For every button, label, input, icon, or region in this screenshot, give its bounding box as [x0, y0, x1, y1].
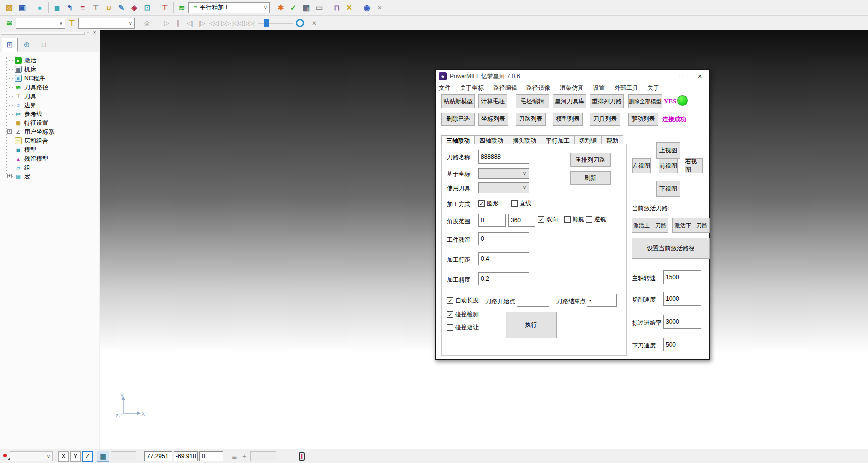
close-panel-icon[interactable]: ✕ [91, 30, 98, 36]
toolpath-name-input[interactable] [478, 150, 529, 164]
simulate-block-icon[interactable]: ⊡ [141, 2, 153, 14]
paste-new-model-button[interactable]: 粘贴新模型 [441, 94, 475, 108]
transform-icon[interactable]: ✕ [344, 2, 355, 14]
toolpath-arrow-icon[interactable]: ↰ [64, 2, 76, 14]
tree-item-macros[interactable]: + ▤ 宏 [3, 172, 99, 181]
play-icon[interactable]: ▷ [160, 19, 172, 27]
step-forward-icon[interactable]: |▷ [196, 19, 208, 27]
grid-size-field[interactable] [111, 451, 136, 461]
tree-item-tools[interactable]: ⊤ 刀具 [3, 92, 99, 101]
menu-path-mirror[interactable]: 路径镜像 [526, 84, 550, 92]
status-dropdown[interactable]: ∨ [10, 451, 53, 461]
calculator-icon[interactable]: ▦ [300, 2, 312, 14]
tree-item-boundaries[interactable]: ○ 边界 [3, 101, 99, 110]
float-panel-icon[interactable]: ▫ [85, 30, 91, 36]
menu-coords[interactable]: 关于坐标 [460, 84, 484, 92]
checkbox-checked-icon[interactable]: ✓ [447, 311, 453, 318]
dialog-titlebar[interactable]: ★ PowerMILL 忆梦星河 7.0.6 — □ ✕ [436, 70, 709, 82]
view-left-button[interactable]: 左视图 [632, 158, 651, 173]
menu-about[interactable]: 关于 [647, 84, 659, 92]
block-edit-button[interactable]: 毛坯编辑 [516, 94, 549, 108]
tool-burn-icon[interactable]: ✱ [275, 2, 287, 14]
menu-path-edit[interactable]: 路径编辑 [493, 84, 517, 92]
tree-item-machine[interactable]: ▦ 机床 [3, 65, 99, 74]
calc-block-button[interactable]: 计算毛坯 [478, 94, 507, 108]
climb-checkbox[interactable]: 顺铣 [564, 215, 584, 224]
tree-item-groups[interactable]: ▱ 组 [3, 163, 99, 172]
coordinate-z-field[interactable]: 0 [199, 451, 223, 461]
minimize-icon[interactable]: — [653, 70, 672, 82]
lamp-icon[interactable]: ◎ [141, 17, 153, 29]
drive-list-button[interactable]: 驱动列表 [628, 113, 658, 126]
angle-from-input[interactable] [478, 214, 506, 227]
grid-toggle-button[interactable]: ▦ [97, 451, 109, 462]
rewind-icon[interactable]: ◁◁ [208, 19, 220, 27]
toolpath-spring-icon[interactable]: ≋ [176, 2, 188, 14]
model-list-button[interactable]: 模型列表 [553, 113, 583, 126]
tool-levels-icon[interactable]: ≡ [77, 2, 89, 14]
tree-item-patterns[interactable]: ✂ 参考线 [3, 110, 99, 118]
tab-explorer-tree[interactable]: ⊞ [2, 38, 18, 52]
coordinate-x-field[interactable]: 77.2951 [144, 451, 172, 461]
tool-library-button[interactable]: 星河刀具库 [553, 94, 586, 108]
tree-item-models[interactable]: ◼ 模型 [3, 145, 99, 154]
tree-item-nc-programs[interactable]: ≡ NC程序 [3, 74, 99, 83]
tree-item-feature-sets[interactable]: ▣ 特征设置 [3, 118, 99, 127]
axis-y-button[interactable]: Y [70, 451, 81, 462]
spindle-speed-input[interactable] [663, 270, 701, 284]
checkbox-unchecked-icon[interactable] [447, 324, 453, 331]
sim-tool-icon[interactable]: ⊤ [66, 17, 78, 29]
jog-axis-icon[interactable]: + [242, 452, 246, 460]
expander-plus-icon[interactable]: + [7, 174, 12, 178]
checkbox-checked-icon[interactable]: ✓ [447, 297, 453, 304]
points-icon[interactable]: ◈ [128, 2, 140, 14]
tool-pair-icon[interactable]: ⊓ [331, 2, 343, 14]
device-pause-icon[interactable]: ∥ [299, 452, 305, 461]
slider-thumb[interactable] [264, 19, 269, 27]
delete-all-models-button[interactable]: 删除全部模型 [628, 94, 662, 108]
menu-render-sim[interactable]: 渲染仿真 [560, 84, 583, 92]
menu-settings[interactable]: 设置 [593, 84, 605, 92]
block-icon[interactable]: ◼ [51, 2, 63, 14]
sim-toolpath-icon[interactable]: ≋ [3, 17, 15, 29]
coordinate-y-field[interactable]: -69.918 [174, 451, 198, 461]
plunge-speed-input[interactable] [663, 338, 701, 351]
view-front-button[interactable]: 前视图 [659, 158, 678, 173]
bidirectional-checkbox[interactable]: ✓ 双向 [538, 215, 558, 224]
coord-base-select[interactable]: ∨ [478, 168, 529, 179]
collision-check-checkbox[interactable]: ✓ 碰撞检测 [447, 310, 479, 319]
to-end-icon[interactable]: ▷▷| [243, 19, 255, 27]
menu-external-tools[interactable]: 外部工具 [614, 84, 638, 92]
panel-grip[interactable]: ▫ ✕ [0, 30, 99, 36]
rearrange-toolpaths-button[interactable]: 重排列刀路 [590, 94, 624, 108]
checkbox-unchecked-icon[interactable] [586, 216, 592, 223]
axis-x-button[interactable]: X [58, 451, 69, 462]
checkbox-unchecked-icon[interactable] [564, 216, 571, 223]
tolerance-input[interactable] [478, 272, 529, 285]
collision-avoid-checkbox[interactable]: 碰撞避让 [447, 323, 479, 332]
tab-globe[interactable]: ⊕ [19, 38, 35, 52]
sphere-icon[interactable]: ● [34, 2, 46, 14]
tree-item-toolpaths[interactable]: ≋ 刀具路径 [3, 83, 99, 92]
activate-next-button[interactable]: 激活下一刀路 [672, 218, 710, 233]
tab-trash[interactable]: ⊔ [36, 38, 52, 52]
maximize-icon[interactable]: □ [672, 70, 691, 82]
delete-selected-button[interactable]: 删除已选 [441, 113, 475, 126]
view-right-button[interactable]: 右视图 [685, 158, 703, 173]
checkbox-checked-icon[interactable]: ✓ [478, 200, 485, 207]
tree-item-levels[interactable]: ≡ 层和组合 [3, 136, 99, 145]
refresh-button[interactable]: 刷新 [570, 171, 611, 185]
tab-4axis[interactable]: 四轴联动 [475, 135, 508, 144]
tree-item-activate[interactable]: ▸ 激活 [3, 56, 99, 65]
sim-tool-dropdown[interactable]: ∨ [78, 18, 135, 29]
marker-color-button[interactable] [2, 452, 10, 460]
tool-list-button[interactable]: 刀具列表 [590, 113, 620, 126]
open-icon[interactable]: ▨ [3, 2, 15, 14]
stock-cylinders-icon[interactable]: ◉ [361, 2, 373, 14]
view-top-button[interactable]: 上视图 [656, 142, 680, 159]
xyz-list-icon[interactable]: ≣ [232, 453, 237, 460]
auto-length-checkbox[interactable]: ✓ 自动长度 [447, 296, 479, 305]
sim-toolbar-close-icon[interactable]: ✕ [308, 17, 320, 29]
speed-slider[interactable] [258, 18, 293, 28]
tab-saw[interactable]: 切割锯 [575, 135, 602, 144]
